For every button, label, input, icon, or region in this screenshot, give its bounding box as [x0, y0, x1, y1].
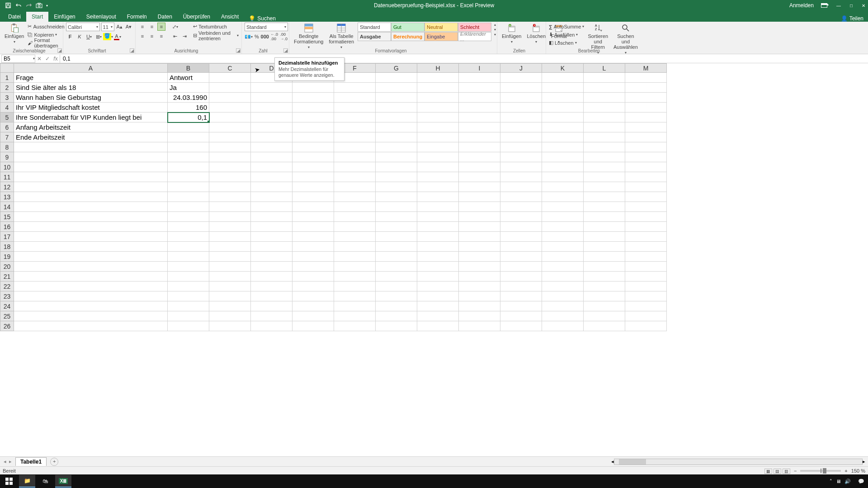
row-header[interactable]: 23 [0, 291, 14, 301]
column-header[interactable]: G [376, 64, 417, 73]
cell[interactable] [292, 311, 334, 321]
row-header[interactable]: 18 [0, 242, 14, 252]
cell[interactable] [625, 262, 667, 272]
cell[interactable] [459, 272, 500, 282]
align-bottom-button[interactable]: ≡ [157, 23, 165, 31]
cell[interactable] [417, 172, 459, 182]
row-header[interactable]: 21 [0, 272, 14, 282]
cell[interactable] [625, 152, 667, 162]
cell[interactable] [334, 132, 376, 142]
cell[interactable] [209, 272, 251, 282]
cell[interactable] [292, 192, 334, 202]
cell[interactable] [500, 192, 542, 202]
cell[interactable] [625, 222, 667, 232]
cell[interactable] [625, 192, 667, 202]
column-header[interactable]: C [209, 64, 251, 73]
fill-button[interactable]: ⬇ Ausfüllen ▾ [549, 31, 584, 38]
number-dialog-launcher[interactable]: ◢ [283, 48, 288, 53]
horizontal-scrollbar[interactable] [614, 459, 863, 465]
column-header[interactable]: B [168, 64, 209, 73]
cell[interactable] [584, 142, 625, 152]
cell[interactable] [625, 232, 667, 242]
cell[interactable] [251, 301, 292, 311]
cell[interactable] [292, 142, 334, 152]
row-header[interactable]: 9 [0, 152, 14, 162]
cell[interactable] [417, 272, 459, 282]
undo-icon[interactable] [15, 2, 22, 9]
cell[interactable] [542, 162, 584, 172]
start-button[interactable] [1, 475, 17, 488]
cell[interactable] [251, 252, 292, 262]
cell[interactable] [168, 172, 209, 182]
cell[interactable]: 160 [168, 103, 209, 113]
cell[interactable] [376, 142, 417, 152]
cell[interactable] [542, 232, 584, 242]
cell[interactable] [625, 242, 667, 252]
cell[interactable] [500, 311, 542, 321]
cell[interactable] [292, 152, 334, 162]
cell[interactable]: Sind Sie älter als 18 [14, 83, 168, 93]
zoom-in-button[interactable]: + [844, 468, 847, 474]
cell[interactable] [334, 272, 376, 282]
zoom-out-button[interactable]: − [794, 468, 797, 474]
cell[interactable] [584, 311, 625, 321]
cell[interactable] [459, 222, 500, 232]
cell[interactable] [542, 103, 584, 113]
cell[interactable] [168, 162, 209, 172]
clipboard-dialog-launcher[interactable]: ◢ [57, 48, 62, 53]
cell[interactable] [417, 242, 459, 252]
cell[interactable] [292, 272, 334, 282]
percent-format-button[interactable]: % [254, 33, 259, 41]
cell[interactable] [625, 202, 667, 212]
cell[interactable] [459, 83, 500, 93]
cell[interactable] [168, 132, 209, 142]
cell[interactable] [500, 132, 542, 142]
cell[interactable] [251, 321, 292, 331]
row-header[interactable]: 22 [0, 282, 14, 291]
borders-button[interactable]: ⊞▾ [94, 33, 103, 41]
cell[interactable] [251, 291, 292, 301]
tab-insert[interactable]: Einfügen [48, 12, 80, 22]
cell[interactable] [292, 202, 334, 212]
cell[interactable] [334, 321, 376, 331]
font-name-combo[interactable]: Calibri▾ [66, 23, 100, 31]
cell[interactable] [251, 232, 292, 242]
increase-decimal-button[interactable]: ←.0.00 [270, 33, 278, 41]
cancel-edit-icon[interactable]: ✕ [35, 56, 43, 62]
zoom-level[interactable]: 150 % [851, 468, 865, 474]
cell[interactable] [376, 83, 417, 93]
cell[interactable] [542, 142, 584, 152]
format-as-table-button[interactable]: Als Tabelle formatieren▾ [327, 23, 356, 50]
cell[interactable] [542, 262, 584, 272]
cell[interactable] [209, 321, 251, 331]
cell[interactable] [292, 93, 334, 103]
cell[interactable] [209, 262, 251, 272]
cell[interactable] [251, 202, 292, 212]
cell[interactable] [542, 192, 584, 202]
cell[interactable] [625, 182, 667, 192]
cell[interactable] [251, 242, 292, 252]
cell[interactable] [625, 142, 667, 152]
cell[interactable] [334, 301, 376, 311]
row-header[interactable]: 4 [0, 103, 14, 113]
cell[interactable] [417, 192, 459, 202]
cell[interactable] [417, 232, 459, 242]
cell[interactable] [251, 222, 292, 232]
cell[interactable] [459, 232, 500, 242]
delete-cells-button[interactable]: ✕Löschen▾ [525, 23, 547, 45]
cell[interactable] [625, 162, 667, 172]
cell[interactable] [625, 122, 667, 132]
sheet-nav-last[interactable]: ▸ [9, 459, 12, 465]
sheet-nav-first[interactable]: ◂ [4, 459, 6, 465]
cell[interactable] [459, 122, 500, 132]
cell[interactable] [625, 321, 667, 331]
cell[interactable] [500, 301, 542, 311]
cell[interactable] [376, 321, 417, 331]
cell[interactable] [376, 262, 417, 272]
cell[interactable] [376, 73, 417, 83]
tab-view[interactable]: Ansicht [216, 12, 244, 22]
cell[interactable] [168, 262, 209, 272]
cell[interactable] [500, 262, 542, 272]
column-header[interactable]: I [459, 64, 500, 73]
cell[interactable] [168, 252, 209, 262]
